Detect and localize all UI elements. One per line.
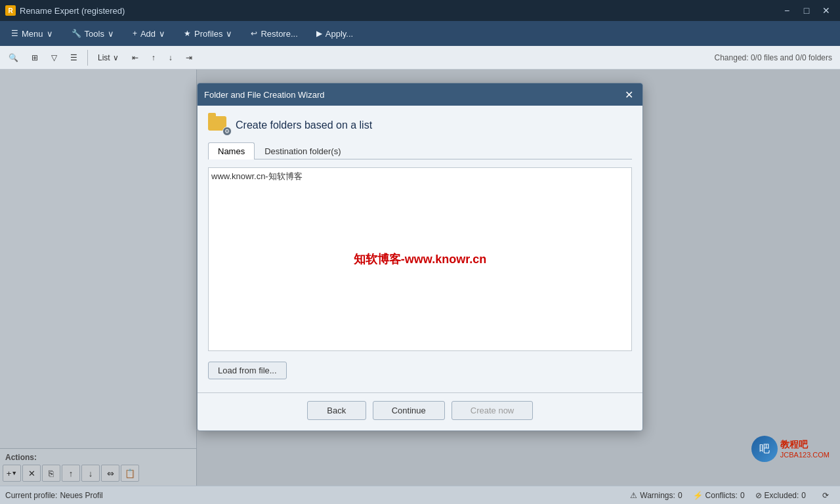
warning-icon: ⚠ <box>630 491 637 500</box>
menu-menu-label: Menu <box>22 29 43 39</box>
continue-button[interactable]: Continue <box>373 401 445 420</box>
toolbar-separator-1 <box>87 50 88 66</box>
dialog-body: ⚙ Create folders based on a list Names D… <box>198 106 642 392</box>
status-right: ⚠ Warnings: 0 ⚡ Conflicts: 0 ⊘ Excluded:… <box>630 488 835 503</box>
window-controls: − □ ✕ <box>778 3 835 18</box>
conflict-icon: ⚡ <box>693 491 703 500</box>
refresh-icon: ⟳ <box>822 491 829 500</box>
list-options-button[interactable]: ☰ <box>64 50 83 66</box>
dialog-footer: Back Continue Create now <box>198 392 642 430</box>
load-from-file-button[interactable]: Load from file... <box>208 362 287 379</box>
tab-destination[interactable]: Destination folder(s) <box>255 142 350 159</box>
menu-profiles-label: Profiles <box>194 29 222 39</box>
filter-icon: ▽ <box>51 53 57 62</box>
changed-label: Changed: <box>715 53 749 62</box>
gear-icon: ⚙ <box>222 127 232 136</box>
refresh-button[interactable]: ⟳ <box>816 488 835 503</box>
logo-main: 教程吧 <box>780 439 830 451</box>
search-icon: 🔍 <box>9 53 18 62</box>
profile-label: Current profile: <box>5 491 57 500</box>
menu-restore[interactable]: ↩ Restore... <box>242 25 306 43</box>
app-title: Rename Expert (registered) <box>20 6 125 16</box>
excluded-label: Excluded: <box>765 491 799 500</box>
filter-button[interactable]: ▽ <box>45 50 63 66</box>
menu-restore-label: Restore... <box>261 29 297 39</box>
move-down-button[interactable]: ↓ <box>163 50 178 66</box>
logo-icon: 吧 <box>751 436 778 462</box>
profiles-star-icon: ★ <box>184 29 191 38</box>
create-now-button[interactable]: Create now <box>452 401 533 420</box>
main-content: Actions: + ▼ ✕ ⎘ ↑ ↓ ⇔ <box>0 70 840 486</box>
hamburger-icon: ☰ <box>11 29 18 38</box>
warnings-label: Warnings: <box>640 491 675 500</box>
menu-apply-label: Apply... <box>326 29 353 39</box>
title-bar: R Rename Expert (registered) − □ ✕ <box>0 0 840 21</box>
menu-apply[interactable]: ▶ Apply... <box>308 25 362 43</box>
move-bottom-icon: ⇥ <box>186 53 192 62</box>
main-toolbar: 🔍 ⊞ ▽ ☰ List ∨ ⇤ ↑ ↓ ⇥ Changed: 0/0 file… <box>0 46 840 70</box>
dialog-overlay: Folder and File Creation Wizard ✕ ⚙ Crea… <box>0 70 840 486</box>
restore-icon: ↩ <box>251 29 257 38</box>
move-down-icon: ↓ <box>169 53 173 62</box>
dialog-titlebar: Folder and File Creation Wizard ✕ <box>198 83 642 106</box>
status-bar: Current profile: Neues Profil ⚠ Warnings… <box>0 486 840 504</box>
tab-names[interactable]: Names <box>208 142 255 159</box>
move-top-icon: ⇤ <box>132 53 138 62</box>
menu-profiles-chevron: ∨ <box>226 29 232 39</box>
dialog-header: ⚙ Create folders based on a list <box>208 116 632 135</box>
list-view-button[interactable]: List ∨ <box>92 50 125 66</box>
wizard-icon: ⚙ <box>208 116 229 135</box>
names-textarea[interactable]: www.knowr.cn-知软博客 <box>209 168 631 350</box>
apply-icon: ▶ <box>316 29 322 38</box>
profile-status: Current profile: Neues Profil <box>5 491 103 500</box>
menu-tools-label: Tools <box>85 29 104 39</box>
menu-add-label: Add <box>140 29 156 39</box>
dialog-title: Folder and File Creation Wizard <box>204 90 325 100</box>
dialog-close-button[interactable]: ✕ <box>621 87 636 102</box>
wizard-dialog: Folder and File Creation Wizard ✕ ⚙ Crea… <box>197 83 643 431</box>
profile-value: Neues Profil <box>60 491 102 500</box>
menu-add[interactable]: + Add ∨ <box>124 25 174 43</box>
names-tab-content: www.knowr.cn-知软博客 知软博客-www.knowr.cn <box>208 167 632 351</box>
app-icon: R <box>5 5 16 16</box>
back-button[interactable]: Back <box>307 401 366 420</box>
load-area: Load from file... <box>208 359 632 382</box>
minimize-button[interactable]: − <box>778 3 795 18</box>
search-button[interactable]: 🔍 <box>3 50 24 66</box>
list-view-label: List <box>98 53 110 62</box>
warnings-status: ⚠ Warnings: 0 <box>630 491 682 500</box>
menu-tools-chevron: ∨ <box>108 29 114 39</box>
changed-value: 0/0 files and 0/0 folders <box>751 53 832 62</box>
move-up-icon: ↑ <box>152 53 156 62</box>
list-view-chevron: ∨ <box>113 53 119 62</box>
conflicts-status: ⚡ Conflicts: 0 <box>693 491 745 500</box>
excluded-icon: ⊘ <box>755 491 762 500</box>
logo-sub: JCBA123.COM <box>780 451 830 459</box>
list-icon: ☰ <box>70 53 77 62</box>
move-to-top-button[interactable]: ⇤ <box>126 50 144 66</box>
close-button[interactable]: ✕ <box>818 3 835 18</box>
changed-info: Changed: 0/0 files and 0/0 folders <box>715 53 837 62</box>
menu-menu-chevron: ∨ <box>47 29 53 39</box>
menu-menu[interactable]: ☰ Menu ∨ <box>3 25 62 43</box>
move-to-bottom-button[interactable]: ⇥ <box>180 50 198 66</box>
logo-area: 吧 教程吧 JCBA123.COM <box>751 436 830 462</box>
menu-tools[interactable]: 🔧 Tools ∨ <box>63 25 123 43</box>
menu-bar: ☰ Menu ∨ 🔧 Tools ∨ + Add ∨ ★ Profiles ∨ … <box>0 21 840 46</box>
dialog-heading: Create folders based on a list <box>236 119 372 131</box>
maximize-button[interactable]: □ <box>798 3 815 18</box>
logo-text: 教程吧 JCBA123.COM <box>780 439 830 459</box>
expand-icon: ⊞ <box>32 53 38 62</box>
move-up-button[interactable]: ↑ <box>146 50 161 66</box>
menu-add-chevron: ∨ <box>159 29 165 39</box>
conflicts-label: Conflicts: <box>705 491 738 500</box>
expand-button[interactable]: ⊞ <box>26 50 44 66</box>
add-icon: + <box>133 29 137 38</box>
conflicts-value: 0 <box>740 491 745 500</box>
menu-profiles[interactable]: ★ Profiles ∨ <box>175 25 241 43</box>
excluded-value: 0 <box>801 491 806 500</box>
dialog-tabs: Names Destination folder(s) <box>208 142 632 159</box>
excluded-status: ⊘ Excluded: 0 <box>755 491 806 500</box>
warnings-value: 0 <box>678 491 682 500</box>
tools-icon: 🔧 <box>72 29 81 38</box>
